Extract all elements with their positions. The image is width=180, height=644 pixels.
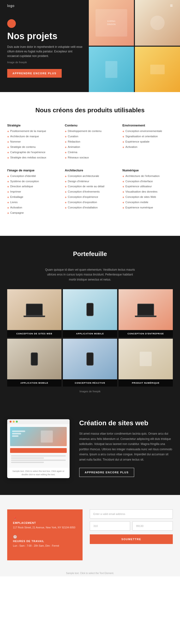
list-item: +Activation bbox=[122, 146, 173, 150]
services-list-contenu: +Développement de contenu +Curation +Réd… bbox=[65, 130, 115, 160]
hero-section: Nos projets Duis aute irure dolor in rep… bbox=[0, 0, 180, 92]
browser-content bbox=[7, 424, 70, 468]
portfolio-item-5[interactable]: CONCEPTION RÉACTIVE bbox=[63, 339, 117, 387]
list-item: +Système de conception bbox=[7, 180, 58, 184]
services-row-2: l'image de marque +Conception d'identité… bbox=[7, 168, 173, 216]
footer-caption-text: Sample text. Click to select the Text El… bbox=[66, 572, 114, 574]
services-list-image-marque: +Conception d'identité +Système de conce… bbox=[7, 174, 58, 216]
contact-info: 📍 EMPLACEMENT 117 Rock Street, 21 Avenue… bbox=[7, 510, 83, 560]
services-heading-image-marque: l'image de marque bbox=[7, 168, 58, 172]
portfolio-section: Portefeuille Quam quisque id diam vel qu… bbox=[0, 236, 180, 405]
list-item: +Conception d'expérience bbox=[65, 196, 115, 200]
hero-dot bbox=[7, 19, 16, 28]
list-item: +Cartographie de l'expérience bbox=[7, 151, 58, 155]
portfolio-label-2: APPLICATION MOBILE bbox=[63, 330, 117, 337]
list-item: +Design d'intérieur bbox=[65, 180, 115, 184]
list-item: +Curation bbox=[65, 135, 115, 139]
services-col-image-marque: l'image de marque +Conception d'identité… bbox=[7, 168, 58, 216]
submit-button[interactable]: SOUMETTRE bbox=[90, 534, 173, 544]
hero-title: Nos projets bbox=[7, 31, 84, 41]
portfolio-item-6[interactable]: PRODUIT NUMÉRIQUE bbox=[119, 339, 173, 387]
location-icon: 📍 bbox=[13, 516, 77, 520]
list-item: +Architecture de marque bbox=[7, 135, 58, 139]
web-creation-learn-button[interactable]: APPRENDRE ENCORE PLUS bbox=[79, 468, 134, 477]
footer-caption: Sample text. Click to select the Text El… bbox=[0, 570, 180, 576]
hero-image-4 bbox=[135, 47, 180, 92]
list-item: +Positionnement de la marque bbox=[7, 130, 58, 134]
contact-location-label: EMPLACEMENT bbox=[13, 522, 77, 524]
menu-icon[interactable]: ≡ bbox=[170, 3, 173, 8]
services-col-strategie: Stratégie +Positionnement de la marque +… bbox=[7, 124, 58, 161]
list-item: +Expérience spatiale bbox=[122, 140, 173, 144]
contact-location-text: 117 Rock Street, 21 Avenue, New York, NY… bbox=[13, 526, 77, 530]
list-item: +Conception d'installation bbox=[65, 206, 115, 210]
list-item: +Conception mobile bbox=[122, 201, 173, 205]
services-col-contenu: Contenu +Développement de contenu +Curat… bbox=[65, 124, 115, 161]
list-item: +Conception d'identité bbox=[7, 174, 58, 178]
portfolio-grid: CONCEPTION DE SITES WEB APPLICATION MOBI… bbox=[7, 289, 173, 386]
services-heading-environnement: Environnement bbox=[122, 124, 173, 127]
list-item: +Stratégie des médias sociaux bbox=[7, 156, 58, 160]
list-item: +Réseaux sociaux bbox=[65, 156, 115, 160]
portfolio-item-2[interactable]: APPLICATION MOBILE bbox=[63, 289, 117, 337]
list-item: +Conception architecturale bbox=[65, 174, 115, 178]
hero-content: Nos projets Duis aute irure dolor in rep… bbox=[0, 0, 91, 92]
list-item: +Cinéma bbox=[65, 151, 115, 155]
browser-dot-red bbox=[9, 421, 11, 422]
services-list-strategie: +Positionnement de la marque +Architectu… bbox=[7, 130, 58, 160]
list-item: +Stratégie de contenu bbox=[7, 146, 58, 150]
portfolio-label-5: CONCEPTION RÉACTIVE bbox=[63, 379, 117, 386]
list-item: +Campagne bbox=[7, 211, 58, 216]
phone-prefix-input[interactable] bbox=[90, 522, 130, 530]
list-item: +Conception d'événements bbox=[65, 190, 115, 194]
contact-hours: 🕐 HEURES DE TRAVAIL Lun - Sam : 7:00 - 2… bbox=[13, 535, 77, 548]
list-item: +Conception d'interface bbox=[122, 180, 173, 184]
web-creation-right: Création de sites web Sit amet massa vit… bbox=[79, 419, 173, 477]
web-creation-left: Sample text. Click to select the text bo… bbox=[7, 419, 70, 478]
services-list-numerique: +Architecture de l'information +Concepti… bbox=[122, 174, 173, 210]
list-item: +Rédaction bbox=[65, 140, 115, 144]
browser-caption: Sample text. Click to select the text bo… bbox=[7, 468, 70, 478]
hero-learn-more-button[interactable]: APPRENDRE ENCORE PLUS bbox=[7, 69, 62, 78]
list-item: +Activation bbox=[7, 206, 58, 210]
phone-row bbox=[90, 522, 173, 530]
list-item: +Animation bbox=[65, 146, 115, 150]
phone-number-input[interactable] bbox=[133, 522, 173, 530]
portfolio-item-1[interactable]: CONCEPTION DE SITES WEB bbox=[7, 289, 61, 337]
web-creation-title: Création de sites web bbox=[79, 419, 173, 427]
portfolio-title: Portefeuille bbox=[7, 250, 173, 258]
hero-text: Duis aute irure dolor in reprehenderit i… bbox=[7, 45, 84, 59]
list-item: +Conception de vente au détail bbox=[65, 185, 115, 189]
contact-form: SOUMETTRE bbox=[90, 510, 173, 544]
list-item: +Signalisation et orientation bbox=[122, 135, 173, 139]
clock-icon: 🕐 bbox=[13, 535, 77, 539]
list-item: +Architecture de l'information bbox=[122, 174, 173, 178]
hero-images: KARINADINSON bbox=[89, 0, 180, 92]
list-item: +Conception d'exposition bbox=[65, 201, 115, 205]
contact-hours-text: Lun - Sam : 7:00 - 20h Sam, Dim : Fermé bbox=[13, 544, 77, 548]
browser-dot-yellow bbox=[13, 421, 15, 422]
list-item: +Expérience numérique bbox=[122, 206, 173, 210]
browser-content-lines bbox=[10, 454, 67, 465]
services-col-numerique: Numérique +Architecture de l'information… bbox=[122, 168, 173, 216]
portfolio-label-1: CONCEPTION DE SITES WEB bbox=[7, 330, 61, 337]
list-item: +Expérience utilisateur bbox=[122, 185, 173, 189]
services-section: Nous créons des produits utilisables Str… bbox=[0, 92, 180, 236]
hero-image-credit: Image de freepik bbox=[7, 61, 84, 64]
services-row-1: Stratégie +Positionnement de la marque +… bbox=[7, 124, 173, 161]
portfolio-item-3[interactable]: CONCEPTION D'ENTREPRISE bbox=[119, 289, 173, 337]
header: logo ≡ bbox=[0, 0, 180, 11]
browser-mock: Sample text. Click to select the text bo… bbox=[7, 419, 70, 478]
portfolio-item-4[interactable]: APPLICATION MOBILE bbox=[7, 339, 61, 387]
list-item: +Visualisation des données bbox=[122, 190, 173, 194]
contact-hours-label: HEURES DE TRAVAIL bbox=[13, 540, 77, 542]
list-item: +Conception de sites Web bbox=[122, 196, 173, 200]
services-list-architecture: +Conception architecturale +Design d'int… bbox=[65, 174, 115, 210]
portfolio-label-4: APPLICATION MOBILE bbox=[7, 379, 61, 386]
email-input[interactable] bbox=[90, 510, 173, 518]
contact-location: 📍 EMPLACEMENT 117 Rock Street, 21 Avenue… bbox=[13, 516, 77, 530]
web-creation-text: Sit amet massa vitae tortor condimentum … bbox=[79, 431, 173, 462]
list-item: +Développement de contenu bbox=[65, 130, 115, 134]
services-col-architecture: Architecture +Conception architecturale … bbox=[65, 168, 115, 216]
services-heading-contenu: Contenu bbox=[65, 124, 115, 127]
